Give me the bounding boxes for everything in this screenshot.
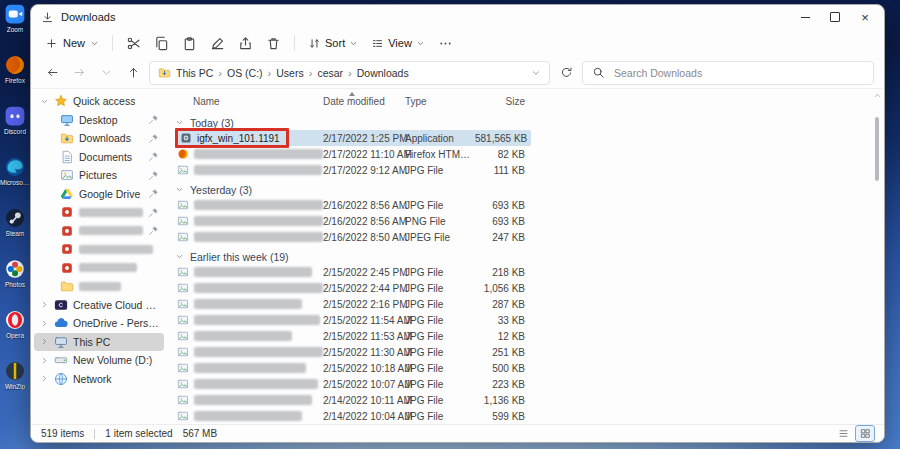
sidebar-item-pictures[interactable]: Pictures <box>34 166 164 185</box>
share-button[interactable] <box>238 36 253 51</box>
file-row[interactable]: 2/16/2022 8:50 AMJPEG File247 KB <box>175 229 531 245</box>
details-view-toggle[interactable] <box>834 426 852 441</box>
view-button[interactable]: View <box>371 37 425 50</box>
chevron-down-icon[interactable] <box>40 97 49 106</box>
file-row[interactable]: 2/15/2022 11:54 AMJPG File33 KB <box>175 312 531 328</box>
sidebar-item-redacted[interactable] <box>34 259 164 278</box>
sidebar-item-label: Google Drive <box>79 188 140 200</box>
desktop-icon-zoom[interactable]: Zoom <box>0 4 30 33</box>
chevron-down-icon[interactable] <box>531 68 541 78</box>
paste-button[interactable] <box>182 36 197 51</box>
sidebar-item-desktop[interactable]: Desktop <box>34 111 164 130</box>
group-header-yesterday-3[interactable]: Yesterday (3) <box>175 182 870 197</box>
file-row[interactable]: 2/16/2022 8:56 AMJPG File693 KB <box>175 197 531 213</box>
column-header-type[interactable]: Type <box>405 96 475 107</box>
sidebar-item-redacted[interactable] <box>34 240 164 259</box>
file-row[interactable]: 2/14/2022 10:11 AMJPG File1,136 KB <box>175 392 531 408</box>
search-input[interactable] <box>612 66 864 80</box>
file-row[interactable]: 2/16/2022 8:56 AMPNG File693 KB <box>175 213 531 229</box>
search-box[interactable] <box>582 61 874 85</box>
column-header-size[interactable]: Size <box>475 96 531 107</box>
breadcrumb-item-os-c[interactable]: OS (C:) <box>227 67 263 79</box>
recent-locations-button[interactable] <box>95 62 117 84</box>
file-row[interactable]: 2/15/2022 10:18 AMJPG File500 KB <box>175 360 531 376</box>
file-row[interactable]: 2/15/2022 2:45 PMJPG File218 KB <box>175 264 531 280</box>
up-button[interactable] <box>122 62 144 84</box>
breadcrumb[interactable]: This PC›OS (C:)›Users›cesar›Downloads <box>149 61 550 85</box>
desktop-icon-photos[interactable]: Photos <box>0 259 30 288</box>
sidebar-item-creative-cloud-files[interactable]: Creative Cloud Files <box>34 296 164 315</box>
pictures-icon <box>60 168 74 182</box>
sidebar-item-google-drive[interactable]: Google Drive <box>34 185 164 204</box>
sidebar-item-onedrive-personal[interactable]: OneDrive - Personal <box>34 314 164 333</box>
sidebar-item-downloads[interactable]: Downloads <box>34 129 164 148</box>
sidebar-item-documents[interactable]: Documents <box>34 148 164 167</box>
chevron-right-icon[interactable] <box>40 337 49 346</box>
file-row[interactable]: 2/15/2022 11:53 AMJPG File12 KB <box>175 328 531 344</box>
file-name-cell <box>175 330 323 342</box>
sort-button[interactable]: Sort <box>308 37 358 50</box>
scrollbar-thumb[interactable] <box>875 117 879 181</box>
sidebar-item-new-volume-d[interactable]: New Volume (D:) <box>34 351 164 370</box>
copy-button[interactable] <box>154 36 169 51</box>
desktop-icon-opera[interactable]: Opera <box>0 310 30 339</box>
file-row[interactable]: 2/17/2022 9:12 AMJPG File111 KB <box>175 162 531 178</box>
chevron-right-icon[interactable] <box>40 356 49 365</box>
minimize-button[interactable] <box>790 6 820 28</box>
file-type: JPG File <box>405 395 475 406</box>
file-list-pane: Name Date modified Type Size Today (3)ig… <box>167 89 884 424</box>
file-row[interactable]: 2/17/2022 11:10 AMFirefox HTML Doc...82 … <box>175 146 531 162</box>
file-row[interactable]: 2/15/2022 2:16 PMJPG File287 KB <box>175 296 531 312</box>
large-icons-view-toggle[interactable] <box>856 426 874 441</box>
file-row[interactable]: 2/14/2022 10:04 AMJPG File599 KB <box>175 408 531 424</box>
sidebar-item-network[interactable]: Network <box>34 370 164 389</box>
column-header-name[interactable]: Name <box>175 96 323 107</box>
image-file-icon <box>177 346 189 358</box>
status-divider <box>94 429 95 439</box>
file-row[interactable]: 2/15/2022 11:30 AMJPG File251 KB <box>175 344 531 360</box>
desktop-icon-discord[interactable]: Discord <box>0 106 30 135</box>
redacted-file-name <box>194 331 292 341</box>
back-button[interactable] <box>41 62 63 84</box>
desktop-icon-winzip[interactable]: WinZip <box>0 361 30 390</box>
toolbar-divider <box>294 35 295 51</box>
forward-button[interactable] <box>68 62 90 84</box>
scrollbar[interactable] <box>872 91 883 422</box>
column-header-date-modified[interactable]: Date modified <box>323 96 405 107</box>
breadcrumb-item-cesar[interactable]: cesar <box>317 67 343 79</box>
sidebar-item-redacted[interactable] <box>34 203 164 222</box>
chevron-right-icon[interactable] <box>40 374 49 383</box>
title-bar[interactable]: Downloads × <box>31 5 884 29</box>
file-row[interactable]: 2/15/2022 10:07 AMJPG File223 KB <box>175 376 531 392</box>
pin-icon <box>148 170 159 181</box>
scroll-up-icon[interactable] <box>873 91 882 100</box>
refresh-button[interactable] <box>555 62 577 84</box>
sidebar-item-redacted[interactable] <box>34 277 164 296</box>
desktop-icon-microsoft-edge[interactable]: Microsoft Edge <box>0 157 30 186</box>
sidebar-item-redacted[interactable] <box>34 222 164 241</box>
sidebar-item-quick-access[interactable]: Quick access <box>34 92 164 111</box>
file-name-cell <box>175 148 323 160</box>
pin-icon <box>148 133 159 144</box>
close-button[interactable]: × <box>850 6 880 28</box>
rename-button[interactable] <box>210 36 225 51</box>
breadcrumb-item-this-pc[interactable]: This PC <box>176 67 213 79</box>
maximize-button[interactable] <box>820 6 850 28</box>
desktop-icon-firefox[interactable]: Firefox <box>0 55 30 84</box>
file-row[interactable]: 2/15/2022 2:44 PMJPG File1,056 KB <box>175 280 531 296</box>
breadcrumb-item-users[interactable]: Users <box>276 67 303 79</box>
more-options-button[interactable] <box>438 36 453 51</box>
cut-button[interactable] <box>126 36 141 51</box>
sort-ascending-icon <box>349 92 355 96</box>
group-header-earlier-this-week-19[interactable]: Earlier this week (19) <box>175 249 870 264</box>
file-row[interactable]: igfx_win_101.11912/17/2022 1:25 PMApplic… <box>175 130 531 146</box>
image-file-icon <box>177 410 189 422</box>
sidebar-item-this-pc[interactable]: This PC <box>34 333 164 352</box>
chevron-right-icon[interactable] <box>40 319 49 328</box>
chevron-right-icon[interactable] <box>40 300 49 309</box>
new-button[interactable]: New <box>45 37 99 50</box>
desktop-icon-steam[interactable]: Steam <box>0 208 30 237</box>
breadcrumb-item-downloads[interactable]: Downloads <box>357 67 409 79</box>
pin-icon <box>148 151 159 162</box>
delete-button[interactable] <box>266 36 281 51</box>
